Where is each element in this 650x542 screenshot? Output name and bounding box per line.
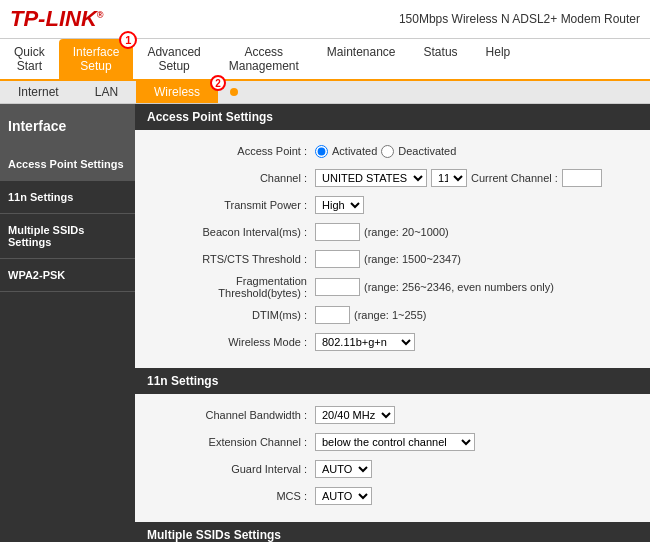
section-ap-settings-header: Access Point Settings <box>135 104 650 130</box>
sidebar-title: Interface <box>0 104 135 148</box>
section-11n-header: 11n Settings <box>135 368 650 394</box>
sub-nav: Internet LAN Wireless 2 <box>0 81 650 104</box>
dtim-range: (range: 1~255) <box>354 309 426 321</box>
ch-bandwidth-select[interactable]: 20/40 MHz <box>315 406 395 424</box>
dtim-row: DTIM(ms) : 1 (range: 1~255) <box>155 304 630 326</box>
ext-channel-label: Extension Channel : <box>155 436 315 448</box>
sub-tab-wireless[interactable]: Wireless 2 <box>136 81 218 103</box>
radio-activated-input[interactable] <box>315 145 328 158</box>
beacon-interval-range: (range: 20~1000) <box>364 226 449 238</box>
transmit-power-row: Transmit Power : High <box>155 194 630 216</box>
current-channel-label: Current Channel : <box>471 172 558 184</box>
sidebar-item-wpa2[interactable]: WPA2-PSK <box>0 259 135 292</box>
tab-advanced-setup[interactable]: AdvancedSetup <box>133 39 214 79</box>
dtim-input[interactable]: 1 <box>315 306 350 324</box>
logo-text: TP-LINK <box>10 6 97 31</box>
guard-interval-row: Guard Interval : AUTO <box>155 458 630 480</box>
header: TP-LINK® 150Mbps Wireless N ADSL2+ Modem… <box>0 0 650 39</box>
router-name: 150Mbps Wireless N ADSL2+ Modem Router <box>399 12 640 26</box>
frag-threshold-value: 2346 (range: 256~2346, even numbers only… <box>315 278 554 296</box>
guard-interval-label: Guard Interval : <box>155 463 315 475</box>
radio-deactivated-label: Deactivated <box>398 145 456 157</box>
access-point-label: Access Point : <box>155 145 315 157</box>
sidebar-item-ap-settings[interactable]: Access Point Settings <box>0 148 135 181</box>
rts-threshold-range: (range: 1500~2347) <box>364 253 461 265</box>
channel-label: Channel : <box>155 172 315 184</box>
radio-activated[interactable]: Activated <box>315 145 377 158</box>
transmit-power-label: Transmit Power : <box>155 199 315 211</box>
channel-num-select[interactable]: 11 <box>431 169 467 187</box>
rts-threshold-label: RTS/CTS Threshold : <box>155 253 315 265</box>
dtim-value: 1 (range: 1~255) <box>315 306 426 324</box>
tab-maintenance[interactable]: Maintenance <box>313 39 410 79</box>
content: Access Point Settings Access Point : Act… <box>135 104 650 542</box>
wireless-mode-value: 802.11b+g+n <box>315 333 415 351</box>
dtim-label: DTIM(ms) : <box>155 309 315 321</box>
transmit-power-value: High <box>315 196 364 214</box>
frag-threshold-range: (range: 256~2346, even numbers only) <box>364 281 554 293</box>
radio-activated-label: Activated <box>332 145 377 157</box>
ext-channel-select[interactable]: below the control channel <box>315 433 475 451</box>
frag-threshold-label: FragmentationThreshold(bytes) : <box>155 275 315 299</box>
rts-threshold-input[interactable]: 2347 <box>315 250 360 268</box>
tab-status[interactable]: Status <box>410 39 472 79</box>
frag-threshold-input[interactable]: 2346 <box>315 278 360 296</box>
radio-deactivated-input[interactable] <box>381 145 394 158</box>
beacon-interval-row: Beacon Interval(ms) : 100 (range: 20~100… <box>155 221 630 243</box>
channel-row: Channel : UNITED STATES 11 Current Chann… <box>155 167 630 189</box>
beacon-interval-label: Beacon Interval(ms) : <box>155 226 315 238</box>
ext-channel-row: Extension Channel : below the control ch… <box>155 431 630 453</box>
logo: TP-LINK® <box>10 6 103 32</box>
mcs-select[interactable]: AUTO <box>315 487 372 505</box>
11n-settings-form: Channel Bandwidth : 20/40 MHz Extension … <box>135 394 650 522</box>
sub-tab-internet[interactable]: Internet <box>0 81 77 103</box>
sidebar: Interface Access Point Settings 11n Sett… <box>0 104 135 542</box>
radio-deactivated[interactable]: Deactivated <box>381 145 456 158</box>
mcs-label: MCS : <box>155 490 315 502</box>
tab-help[interactable]: Help <box>472 39 525 79</box>
rts-threshold-value: 2347 (range: 1500~2347) <box>315 250 461 268</box>
ch-bandwidth-label: Channel Bandwidth : <box>155 409 315 421</box>
beacon-interval-value: 100 (range: 20~1000) <box>315 223 449 241</box>
mcs-row: MCS : AUTO <box>155 485 630 507</box>
nav-tabs: QuickStart InterfaceSetup 1 AdvancedSetu… <box>0 39 650 81</box>
channel-country-select[interactable]: UNITED STATES <box>315 169 427 187</box>
tab-access-management[interactable]: AccessManagement <box>215 39 313 79</box>
wireless-mode-row: Wireless Mode : 802.11b+g+n <box>155 331 630 353</box>
access-point-row: Access Point : Activated Deactivated <box>155 140 630 162</box>
guard-interval-select[interactable]: AUTO <box>315 460 372 478</box>
sidebar-item-11n[interactable]: 11n Settings <box>0 181 135 214</box>
ext-channel-value: below the control channel <box>315 433 475 451</box>
tab-quick-start[interactable]: QuickStart <box>0 39 59 79</box>
channel-value: UNITED STATES 11 Current Channel : 11 <box>315 169 602 187</box>
rts-threshold-row: RTS/CTS Threshold : 2347 (range: 1500~23… <box>155 248 630 270</box>
main-layout: Interface Access Point Settings 11n Sett… <box>0 104 650 542</box>
frag-threshold-row: FragmentationThreshold(bytes) : 2346 (ra… <box>155 275 630 299</box>
access-point-value: Activated Deactivated <box>315 145 456 158</box>
transmit-power-select[interactable]: High <box>315 196 364 214</box>
ch-bandwidth-value: 20/40 MHz <box>315 406 395 424</box>
wireless-mode-label: Wireless Mode : <box>155 336 315 348</box>
dot-indicator <box>230 88 238 96</box>
ch-bandwidth-row: Channel Bandwidth : 20/40 MHz <box>155 404 630 426</box>
guard-interval-value: AUTO <box>315 460 372 478</box>
badge-2: 2 <box>210 75 226 91</box>
section-multi-ssid-header: Multiple SSIDs Settings <box>135 522 650 542</box>
current-channel-input[interactable]: 11 <box>562 169 602 187</box>
sub-tab-lan[interactable]: LAN <box>77 81 136 103</box>
beacon-interval-input[interactable]: 100 <box>315 223 360 241</box>
sidebar-item-multi-ssid[interactable]: Multiple SSIDs Settings <box>0 214 135 259</box>
ap-settings-form: Access Point : Activated Deactivated Cha… <box>135 130 650 368</box>
mcs-value: AUTO <box>315 487 372 505</box>
wireless-mode-select[interactable]: 802.11b+g+n <box>315 333 415 351</box>
